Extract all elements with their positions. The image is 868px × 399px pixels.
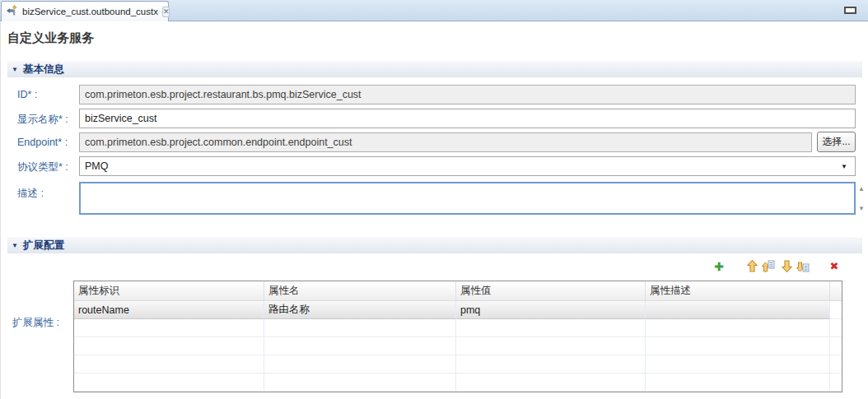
down-arrow-list-icon xyxy=(796,259,810,273)
up-arrow-list-icon xyxy=(761,259,775,273)
move-down-button[interactable] xyxy=(779,259,794,274)
table-empty-row xyxy=(74,373,842,392)
cell-property-value[interactable]: pmq xyxy=(456,301,646,319)
protocol-type-dropdown[interactable]: PMQ ▼ xyxy=(79,156,856,176)
page-title: 自定义业务服务 xyxy=(7,30,94,46)
tab-close-icon[interactable]: ✕ xyxy=(162,7,170,17)
id-label: ID* : xyxy=(17,89,37,100)
editor-content: 自定义业务服务 ▼ 基本信息 ID* : 显示名称* : Endpoint* :… xyxy=(0,22,868,399)
table-row[interactable]: routeName 路由名称 pmq xyxy=(74,301,842,319)
section-header-extension-config[interactable]: ▼ 扩展配置 xyxy=(7,237,862,253)
description-label: 描述 : xyxy=(17,187,44,201)
cell-property-id[interactable]: routeName xyxy=(74,301,264,319)
endpoint-select-button[interactable]: 选择... xyxy=(817,132,856,152)
protocol-type-label: 协议类型* : xyxy=(17,160,68,174)
column-header-property-desc[interactable]: 属性描述 xyxy=(646,281,830,300)
editor-tab[interactable]: bizService_cust.outbound_custx ✕ xyxy=(1,1,169,21)
description-textarea[interactable] xyxy=(79,182,856,215)
protocol-type-value: PMQ xyxy=(85,160,108,172)
table-empty-row xyxy=(74,355,842,373)
collapse-triangle-icon: ▼ xyxy=(12,66,18,73)
display-name-label: 显示名称* : xyxy=(17,113,68,127)
move-to-bottom-button[interactable] xyxy=(795,259,810,274)
extension-properties-table: 属性标识 属性名 属性值 属性描述 routeName 路由名称 pmq xyxy=(73,281,842,392)
table-empty-row xyxy=(74,337,842,355)
display-name-field[interactable] xyxy=(79,109,856,128)
editor-tab-bar: bizService_cust.outbound_custx ✕ xyxy=(0,0,868,21)
service-file-icon xyxy=(6,4,18,20)
cell-property-desc[interactable] xyxy=(646,301,830,319)
delete-row-button[interactable]: ✖ xyxy=(827,259,842,274)
minimize-icon[interactable] xyxy=(844,7,856,14)
down-arrow-icon xyxy=(780,259,794,273)
up-arrow-icon xyxy=(745,259,759,273)
move-up-button[interactable] xyxy=(744,259,759,274)
editor-tab-title: bizService_cust.outbound_custx xyxy=(22,7,158,16)
column-header-property-id[interactable]: 属性标识 xyxy=(74,281,264,300)
table-header-row: 属性标识 属性名 属性值 属性描述 xyxy=(74,281,842,301)
column-header-property-name[interactable]: 属性名 xyxy=(264,281,456,300)
add-row-button[interactable]: ✚ xyxy=(712,259,726,274)
cell-property-name[interactable]: 路由名称 xyxy=(264,301,456,319)
column-header-property-value[interactable]: 属性值 xyxy=(456,281,646,300)
extension-property-label: 扩展属性 : xyxy=(12,316,59,330)
section-header-basic-info[interactable]: ▼ 基本信息 xyxy=(7,61,862,77)
id-field[interactable] xyxy=(79,85,856,104)
endpoint-field[interactable] xyxy=(79,132,812,152)
section-title-basic: 基本信息 xyxy=(23,63,64,77)
chevron-down-icon: ▼ xyxy=(841,163,850,170)
move-to-top-button[interactable] xyxy=(760,259,775,274)
column-header-spacer xyxy=(830,281,842,300)
collapse-triangle-icon: ▼ xyxy=(12,242,18,249)
scroll-up-icon[interactable]: ▲ xyxy=(858,185,865,193)
section-title-extension: 扩展配置 xyxy=(23,239,64,253)
endpoint-label: Endpoint* : xyxy=(17,137,68,148)
cell-spacer xyxy=(830,301,842,318)
scroll-down-icon[interactable]: ▼ xyxy=(858,205,865,212)
table-empty-row xyxy=(74,319,842,337)
